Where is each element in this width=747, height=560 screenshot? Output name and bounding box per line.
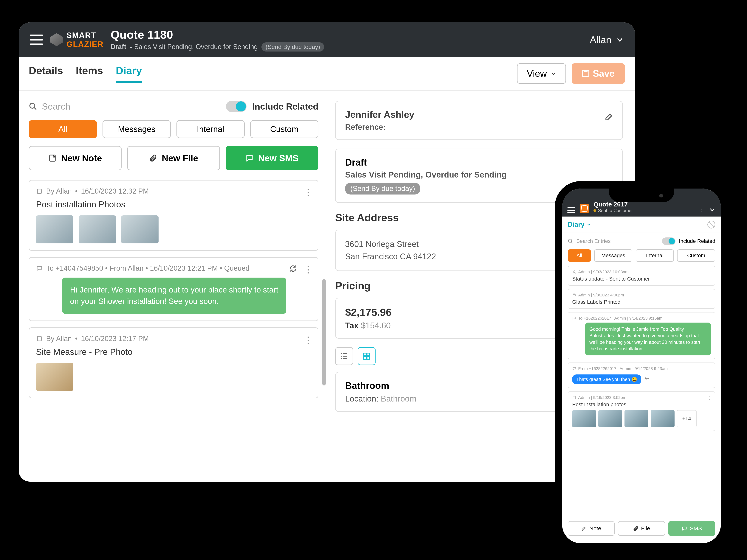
diary-entry-sms: From +16282262017 | Admin | 9/14/2023 9:… — [568, 363, 715, 388]
note-small-icon — [36, 188, 43, 195]
more-photos-button[interactable]: +14 — [677, 410, 697, 427]
chevron-down-icon — [616, 36, 624, 44]
new-sms-button[interactable]: SMS — [668, 521, 715, 536]
site-address-label: Site Address — [335, 212, 399, 223]
entry-menu-icon[interactable]: ⋮ — [304, 335, 312, 345]
svg-rect-6 — [367, 353, 370, 356]
filter-messages[interactable]: Messages — [103, 120, 171, 138]
new-file-label: New File — [162, 153, 198, 163]
photo-thumbnail[interactable] — [598, 410, 622, 427]
filter-custom[interactable]: Custom — [677, 249, 715, 262]
sms-incoming-bubble: Thats great! See you then 😀 — [572, 374, 641, 384]
hamburger-menu-icon[interactable] — [567, 207, 575, 213]
tab-diary[interactable]: Diary — [116, 64, 142, 83]
diary-label: Diary — [568, 221, 585, 229]
page-title: Quote 1180 — [110, 28, 583, 41]
view-label: View — [527, 68, 547, 79]
search-placeholder: Search Entries — [576, 238, 611, 244]
save-button[interactable]: Save — [572, 63, 625, 84]
entry-menu-icon[interactable]: ⋮ — [304, 264, 312, 275]
tab-bar: Details Items Diary View Save — [19, 57, 635, 90]
refresh-icon[interactable] — [289, 264, 297, 274]
new-file-button[interactable]: New File — [127, 146, 220, 170]
sms-outgoing-bubble: Good morning! This is Jamie from Top Qua… — [585, 323, 711, 355]
entry-menu-icon[interactable]: ⋮ — [304, 187, 312, 198]
diary-entry-sms: ⋮ To +14047549850 • From Allan • 16/10/2… — [29, 257, 318, 321]
pencil-icon — [581, 526, 587, 531]
search-input[interactable]: Search Entries — [568, 238, 659, 244]
filter-internal[interactable]: Internal — [636, 249, 674, 262]
sendby-badge: (Send By due today) — [261, 43, 324, 52]
entry-timestamp: 16/10/2023 12:17 PM — [81, 335, 149, 343]
tablet-screen: SMART GLAZIER Quote 1180 Draft - Sales V… — [19, 22, 635, 482]
photo-thumbnail[interactable] — [572, 410, 596, 427]
new-note-button[interactable]: Note — [568, 521, 615, 536]
svg-point-0 — [30, 103, 35, 108]
search-placeholder: Search — [42, 101, 70, 112]
reply-icon[interactable] — [644, 378, 649, 381]
forbidden-icon[interactable] — [707, 221, 715, 229]
svg-rect-2 — [37, 189, 42, 193]
new-sms-label: New SMS — [258, 153, 299, 163]
phone-screen: Quote 2617 Sent to Customer ⋮ Diary Sear… — [562, 189, 721, 543]
status-badge: (Send By due today) — [345, 183, 420, 194]
filter-row: All Messages Internal Custom — [29, 120, 318, 138]
svg-rect-12 — [573, 294, 575, 295]
filter-all[interactable]: All — [29, 120, 97, 138]
photo-thumbnail[interactable] — [624, 410, 648, 427]
photo-thumbnail[interactable] — [79, 215, 116, 243]
paperclip-icon — [633, 526, 639, 531]
location-label: Location: — [345, 394, 379, 403]
grid-view-toggle[interactable] — [358, 347, 376, 365]
note-label: Note — [589, 525, 601, 532]
list-view-toggle[interactable] — [335, 347, 353, 365]
photo-thumbnail[interactable] — [651, 410, 674, 427]
filter-internal[interactable]: Internal — [177, 120, 244, 138]
filter-custom[interactable]: Custom — [250, 120, 318, 138]
diary-entry: ⋮ By Allan • 16/10/2023 12:32 PM Post in… — [29, 180, 318, 251]
pricing-label: Pricing — [335, 279, 371, 292]
location-value: Bathroom — [381, 394, 416, 403]
entry-timestamp: 16/10/2023 12:32 PM — [81, 187, 149, 195]
diary-entry: Admin | 9/03/2023 10:03am Status update … — [568, 266, 715, 286]
filter-messages[interactable]: Messages — [594, 249, 632, 262]
svg-point-10 — [573, 271, 575, 272]
new-sms-button[interactable]: New SMS — [226, 146, 318, 170]
photo-thumbnail[interactable] — [121, 215, 158, 243]
grid-icon — [362, 351, 371, 361]
status-prefix: Draft — [110, 43, 126, 51]
new-note-button[interactable]: New Note — [29, 146, 122, 170]
caret-down-icon — [587, 222, 591, 226]
diary-dropdown[interactable]: Diary — [568, 221, 707, 229]
sms-meta: To +14047549850 • From Allan • 16/10/202… — [46, 264, 250, 272]
include-related-toggle[interactable] — [226, 101, 247, 112]
phone-device: Quote 2617 Sent to Customer ⋮ Diary Sear… — [555, 181, 728, 551]
view-dropdown[interactable]: View — [517, 63, 566, 84]
tab-details[interactable]: Details — [29, 64, 63, 83]
filter-all[interactable]: All — [568, 249, 591, 262]
new-file-button[interactable]: File — [618, 521, 665, 536]
photo-thumbnail[interactable] — [36, 215, 73, 243]
entry-title: Status update - Sent to Customer — [572, 276, 711, 282]
status-text: Sent to Customer — [598, 208, 633, 213]
photo-thumbnail[interactable] — [36, 363, 73, 391]
search-input[interactable]: Search — [29, 101, 221, 112]
logo-icon — [50, 33, 63, 46]
svg-rect-3 — [37, 337, 42, 341]
user-menu[interactable]: Allan — [590, 34, 624, 45]
chevron-down-icon[interactable] — [709, 207, 716, 213]
printer-icon — [572, 293, 576, 297]
scrollbar[interactable] — [322, 279, 326, 385]
svg-rect-7 — [363, 356, 366, 359]
brand-name-bottom: GLAZIER — [67, 40, 103, 49]
svg-rect-8 — [367, 356, 370, 359]
entry-menu-icon[interactable]: ⋮ — [707, 394, 712, 401]
edit-icon[interactable] — [604, 112, 614, 122]
header-menu-icon[interactable]: ⋮ — [698, 205, 704, 213]
sms-bubble: Hi Jennifer, We are heading out to your … — [62, 277, 286, 314]
svg-point-9 — [568, 239, 572, 242]
include-related-toggle[interactable] — [662, 237, 675, 245]
entry-author: By Allan — [46, 335, 72, 343]
hamburger-menu-icon[interactable] — [30, 34, 43, 45]
tab-items[interactable]: Items — [76, 64, 103, 83]
